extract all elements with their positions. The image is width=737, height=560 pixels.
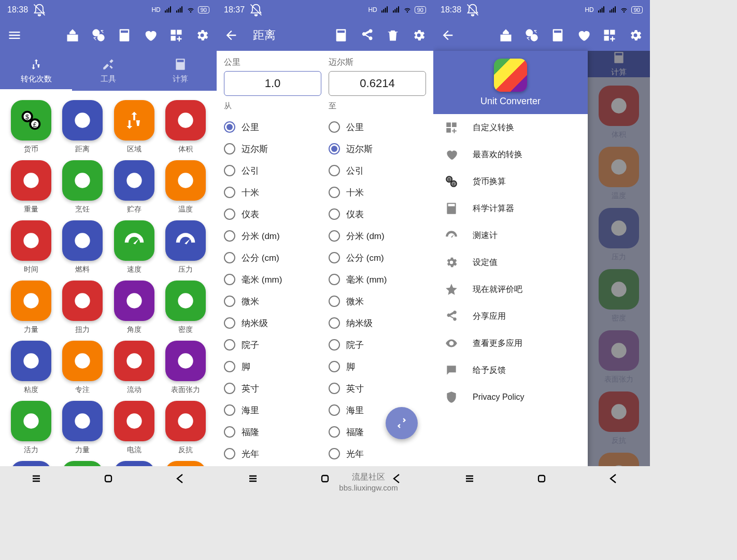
nav-back[interactable] — [607, 472, 620, 487]
category-表面张力[interactable]: 表面张力 — [161, 341, 211, 395]
favorite-icon[interactable] — [143, 28, 158, 43]
settings-icon[interactable] — [195, 28, 209, 43]
calculator-icon[interactable] — [334, 28, 348, 43]
back-button[interactable] — [441, 28, 455, 43]
nav-recent[interactable] — [463, 472, 476, 487]
favorite-icon[interactable] — [576, 28, 591, 43]
unit-option[interactable]: 英寸 — [329, 377, 426, 399]
unit-option[interactable]: 迈尔斯 — [329, 138, 426, 160]
category-力量[interactable]: 力量 — [58, 401, 108, 455]
unit-option[interactable]: 公引 — [329, 160, 426, 181]
category-重量[interactable]: 重量 — [6, 160, 56, 214]
nav-recent[interactable] — [247, 472, 259, 487]
category-货币[interactable]: 货币 — [6, 100, 56, 154]
drawer-item-eye[interactable]: 查看更多应用 — [433, 330, 588, 357]
nav-home[interactable] — [535, 472, 548, 487]
category-贮存[interactable]: 贮存 — [109, 160, 159, 214]
drawer-item-favorite[interactable]: 最喜欢的转换 — [433, 141, 588, 168]
category-item[interactable] — [6, 461, 56, 466]
from-unit-list[interactable]: 公里迈尔斯公引十米仪表分米 (dm)公分 (cm)毫米 (mm)微米纳米级院子脚… — [224, 116, 321, 466]
unit-option[interactable]: 迈尔斯 — [224, 138, 321, 160]
drawer-item-share[interactable]: 分享应用 — [433, 303, 588, 330]
category-区域[interactable]: 区域 — [109, 100, 159, 154]
unit-option[interactable]: 福隆 — [224, 421, 321, 443]
category-烹饪[interactable]: 烹饪 — [58, 160, 108, 214]
currency-icon[interactable] — [525, 28, 539, 43]
widgets-icon[interactable] — [602, 28, 617, 43]
unit-option[interactable]: 海里 — [224, 399, 321, 421]
unit-option[interactable]: 纳米级 — [329, 312, 426, 334]
unit-option[interactable]: 毫米 (mm) — [224, 269, 321, 290]
mosque-icon[interactable] — [499, 28, 513, 43]
calculator-icon[interactable] — [117, 28, 132, 43]
unit-option[interactable]: 毫米 (mm) — [329, 269, 426, 290]
delete-icon[interactable] — [386, 28, 400, 43]
category-燃料[interactable]: 燃料 — [58, 220, 108, 274]
category-扭力[interactable]: 扭力 — [58, 281, 108, 334]
settings-icon[interactable] — [412, 28, 426, 43]
widgets-icon[interactable] — [169, 28, 183, 43]
unit-option[interactable]: 公里 — [329, 116, 426, 138]
category-item[interactable] — [161, 461, 211, 466]
share-icon[interactable] — [360, 28, 374, 43]
category-体积[interactable]: 体积 — [161, 100, 211, 154]
nav-recent[interactable] — [30, 472, 42, 487]
category-距离[interactable]: 距离 — [58, 100, 108, 154]
category-温度[interactable]: 温度 — [161, 160, 211, 214]
drawer-item-currency[interactable]: 货币换算 — [433, 168, 588, 195]
unit-option[interactable]: 院子 — [224, 334, 321, 356]
category-速度[interactable]: 速度 — [109, 220, 159, 274]
category-角度[interactable]: 角度 — [109, 281, 159, 334]
swap-fab[interactable] — [386, 407, 418, 439]
nav-back[interactable] — [174, 472, 187, 487]
category-流动[interactable]: 流动 — [109, 341, 159, 395]
unit-option[interactable]: 纳米级 — [224, 312, 321, 334]
category-粘度[interactable]: 粘度 — [6, 341, 56, 395]
unit-option[interactable]: 十米 — [329, 181, 426, 203]
drawer-item-shield[interactable]: Privacy Policy — [433, 384, 588, 411]
to-value-input[interactable] — [329, 71, 426, 96]
from-value-input[interactable] — [224, 71, 321, 96]
unit-option[interactable]: 微米 — [329, 290, 426, 312]
menu-button[interactable] — [7, 28, 22, 43]
category-密度[interactable]: 密度 — [161, 281, 211, 334]
calculator-icon[interactable] — [550, 28, 565, 43]
unit-option[interactable]: 十米 — [224, 181, 321, 203]
tab-calculate[interactable]: 计算 — [145, 51, 217, 91]
unit-option[interactable]: 光年 — [329, 443, 426, 465]
category-活力[interactable]: 活力 — [6, 401, 56, 455]
unit-option[interactable]: 光年 — [224, 443, 321, 465]
category-力量[interactable]: 力量 — [6, 281, 56, 334]
unit-option[interactable]: 分米 (dm) — [224, 225, 321, 247]
unit-option[interactable]: 脚 — [329, 356, 426, 377]
category-时间[interactable]: 时间 — [6, 220, 56, 274]
category-反抗[interactable]: 反抗 — [161, 401, 211, 455]
category-grid[interactable]: 货币距离区域体积重量烹饪贮存温度时间燃料速度压力力量扭力角度密度粘度专注流动表面… — [0, 91, 217, 466]
nav-home[interactable] — [319, 472, 331, 487]
drawer-item-settings[interactable]: 设定值 — [433, 249, 588, 276]
unit-option[interactable]: 公分 (cm) — [224, 247, 321, 269]
unit-option[interactable]: 仪表 — [224, 203, 321, 225]
back-button[interactable] — [224, 28, 238, 43]
settings-icon[interactable] — [628, 28, 643, 43]
unit-option[interactable]: 仪表 — [329, 203, 426, 225]
tab-conversions[interactable]: 转化次数 — [0, 51, 72, 91]
mosque-icon[interactable] — [65, 28, 80, 43]
unit-option[interactable]: 公分 (cm) — [329, 247, 426, 269]
drawer-item-gauge[interactable]: 测速计 — [433, 222, 588, 249]
drawer-item-star[interactable]: 现在就评价吧 — [433, 276, 588, 303]
tab-tools[interactable]: 工具 — [72, 51, 144, 91]
drawer-item-calculator[interactable]: 科学计算器 — [433, 195, 588, 222]
unit-option[interactable]: 分米 (dm) — [329, 225, 426, 247]
unit-option[interactable]: 公里 — [224, 116, 321, 138]
drawer-item-widgets[interactable]: 自定义转换 — [433, 114, 588, 141]
unit-option[interactable]: 英寸 — [224, 377, 321, 399]
category-电流[interactable]: 电流 — [109, 401, 159, 455]
category-压力[interactable]: 压力 — [161, 220, 211, 274]
unit-option[interactable]: 微米 — [224, 290, 321, 312]
drawer-item-feedback[interactable]: 给予反馈 — [433, 357, 588, 384]
currency-icon[interactable] — [91, 28, 106, 43]
unit-option[interactable]: 脚 — [224, 356, 321, 377]
unit-option[interactable]: 公引 — [224, 160, 321, 181]
unit-option[interactable]: 院子 — [329, 334, 426, 356]
